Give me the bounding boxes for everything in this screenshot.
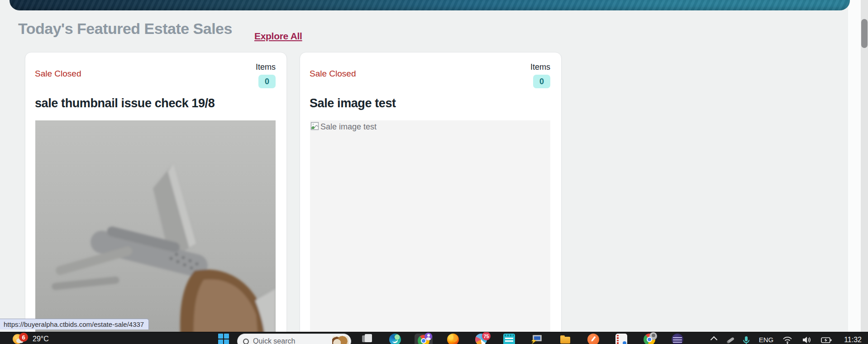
chrome-active-app[interactable] xyxy=(415,334,433,344)
search-placeholder: Quick search xyxy=(253,337,295,344)
items-count-badge: 0 xyxy=(533,75,550,88)
search-daily-image xyxy=(332,336,348,344)
clock[interactable]: 11:32 xyxy=(844,336,862,344)
file-explorer-icon[interactable] xyxy=(361,334,373,344)
broken-image-icon xyxy=(310,122,319,130)
broken-sale-image: Sale image test xyxy=(310,120,550,344)
search-icon xyxy=(243,339,249,344)
start-button[interactable] xyxy=(218,334,229,344)
vertical-scrollbar[interactable] xyxy=(861,0,868,344)
page-title: Today's Featured Estate Sales xyxy=(18,20,232,38)
language-indicator[interactable]: ENG xyxy=(759,336,774,344)
edge-browser-icon[interactable] xyxy=(389,334,401,344)
page-right-gutter xyxy=(848,0,861,332)
media-app-icon[interactable] xyxy=(615,334,627,344)
lightning-glyph: ⚡ xyxy=(530,338,537,344)
temperature-label: 29°C xyxy=(33,335,49,343)
sale-photo xyxy=(35,120,276,344)
notification-badge: 6 xyxy=(19,333,28,342)
profile-avatar xyxy=(649,332,657,340)
explore-all-link[interactable]: Explore All xyxy=(254,31,302,42)
items-label: Items xyxy=(256,62,276,72)
windows-taskbar: 6 29°C Quick search 75 ⚡ xyxy=(0,332,868,344)
wifi-icon[interactable] xyxy=(782,335,792,344)
scrollbar-thumb[interactable] xyxy=(861,19,868,48)
items-count-badge: 0 xyxy=(258,75,276,88)
folder-icon[interactable] xyxy=(559,334,571,344)
pocket-knife-photo xyxy=(35,120,276,344)
microphone-icon[interactable] xyxy=(743,335,750,344)
items-label: Items xyxy=(530,62,550,72)
link-status-tooltip: https://buyeralpha.ctbids.com/estate-sal… xyxy=(0,319,149,330)
weather-widget[interactable]: 6 29°C xyxy=(13,334,49,344)
notification-count-badge: 75 xyxy=(482,332,491,340)
hidden-icons-chevron[interactable] xyxy=(710,336,717,344)
sale-status-label: Sale Closed xyxy=(35,69,81,79)
notebook-app-icon[interactable] xyxy=(503,334,515,344)
stats-app-icon[interactable]: 75 xyxy=(475,334,487,344)
sale-status-label: Sale Closed xyxy=(310,69,356,79)
estate-sale-card-1[interactable]: Sale Closed Items 0 sale thumbnail issue… xyxy=(25,52,287,344)
battery-charging-icon[interactable] xyxy=(820,335,832,344)
image-alt-text: Sale image test xyxy=(320,122,377,132)
sale-title: Sale image test xyxy=(310,96,396,110)
taskbar-search[interactable]: Quick search xyxy=(237,334,351,344)
pen-tray-icon[interactable] xyxy=(725,336,734,344)
speaker-icon[interactable] xyxy=(801,335,811,344)
eclipse-app-icon[interactable] xyxy=(672,334,683,344)
remote-desktop-icon[interactable]: ⚡ xyxy=(531,334,543,344)
firefox-icon[interactable] xyxy=(447,334,459,344)
estate-sale-card-2[interactable]: Sale Closed Items 0 Sale image test Sale… xyxy=(300,52,562,344)
pencil-app-icon[interactable] xyxy=(587,334,599,344)
chrome-profile-icon[interactable] xyxy=(644,334,655,344)
chrome-profile-badge xyxy=(424,333,432,340)
site-header-bar xyxy=(10,0,850,10)
sale-title: sale thumbnail issue check 19/8 xyxy=(35,96,215,110)
